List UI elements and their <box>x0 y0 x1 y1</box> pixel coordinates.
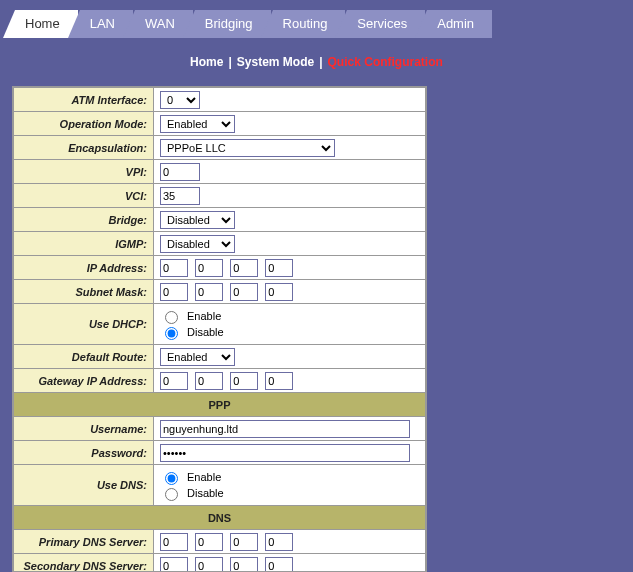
label-pass: Password: <box>14 441 154 465</box>
usedns-enable-radio[interactable] <box>165 472 178 485</box>
label-igmp: IGMP: <box>14 232 154 256</box>
encap-select[interactable]: PPPoE LLC <box>160 139 335 157</box>
igmp-select[interactable]: Disabled <box>160 235 235 253</box>
label-ip: IP Address: <box>14 256 154 280</box>
pdns-octet-1[interactable] <box>160 533 188 551</box>
mask-octet-4[interactable] <box>265 283 293 301</box>
pdns-octet-4[interactable] <box>265 533 293 551</box>
dhcp-enable-radio[interactable] <box>165 311 178 324</box>
pdns-octet-2[interactable] <box>195 533 223 551</box>
breadcrumb-sep: | <box>228 55 231 69</box>
gw-octet-1[interactable] <box>160 372 188 390</box>
gw-octet-2[interactable] <box>195 372 223 390</box>
breadcrumb-home[interactable]: Home <box>190 55 223 69</box>
sdns-octet-4[interactable] <box>265 557 293 573</box>
dhcp-disable-radio[interactable] <box>165 327 178 340</box>
label-bridge: Bridge: <box>14 208 154 232</box>
gw-octet-4[interactable] <box>265 372 293 390</box>
label-gw: Gateway IP Address: <box>14 369 154 393</box>
label-dhcp: Use DHCP: <box>14 304 154 345</box>
usedns-disable-radio[interactable] <box>165 488 178 501</box>
config-panel: ATM Interface: 0 Operation Mode: Enabled… <box>12 86 427 572</box>
password-input[interactable] <box>160 444 410 462</box>
label-user: Username: <box>14 417 154 441</box>
tab-services[interactable]: Services <box>347 10 425 38</box>
sdns-octet-3[interactable] <box>230 557 258 573</box>
tab-bridging[interactable]: Bridging <box>195 10 271 38</box>
ip-octet-2[interactable] <box>195 259 223 277</box>
tab-admin[interactable]: Admin <box>427 10 492 38</box>
username-input[interactable] <box>160 420 410 438</box>
breadcrumb-sep: | <box>319 55 322 69</box>
dhcp-disable-label: Disable <box>187 324 224 340</box>
breadcrumb-current: Quick Configuration <box>328 55 443 69</box>
vci-input[interactable] <box>160 187 200 205</box>
mask-octet-2[interactable] <box>195 283 223 301</box>
config-table: ATM Interface: 0 Operation Mode: Enabled… <box>13 87 426 572</box>
ip-octet-1[interactable] <box>160 259 188 277</box>
ip-octet-3[interactable] <box>230 259 258 277</box>
ip-octet-4[interactable] <box>265 259 293 277</box>
section-ppp: PPP <box>14 393 426 417</box>
mask-octet-1[interactable] <box>160 283 188 301</box>
defroute-select[interactable]: Enabled <box>160 348 235 366</box>
label-vpi: VPI: <box>14 160 154 184</box>
label-vci: VCI: <box>14 184 154 208</box>
usedns-disable-label: Disable <box>187 485 224 501</box>
tab-bar: Home LAN WAN Bridging Routing Services A… <box>0 0 633 38</box>
label-usedns: Use DNS: <box>14 465 154 506</box>
vpi-input[interactable] <box>160 163 200 181</box>
breadcrumb-system-mode[interactable]: System Mode <box>237 55 314 69</box>
pdns-octet-3[interactable] <box>230 533 258 551</box>
sdns-octet-2[interactable] <box>195 557 223 573</box>
sdns-octet-1[interactable] <box>160 557 188 573</box>
usedns-enable-label: Enable <box>187 469 221 485</box>
label-defroute: Default Route: <box>14 345 154 369</box>
atm-select[interactable]: 0 <box>160 91 200 109</box>
label-encap: Encapsulation: <box>14 136 154 160</box>
bridge-select[interactable]: Disabled <box>160 211 235 229</box>
section-dns: DNS <box>14 506 426 530</box>
opmode-select[interactable]: Enabled <box>160 115 235 133</box>
label-opmode: Operation Mode: <box>14 112 154 136</box>
label-sdns: Secondary DNS Server: <box>14 554 154 573</box>
mask-octet-3[interactable] <box>230 283 258 301</box>
label-atm: ATM Interface: <box>14 88 154 112</box>
label-pdns: Primary DNS Server: <box>14 530 154 554</box>
breadcrumb: Home | System Mode | Quick Configuration <box>0 38 633 86</box>
dhcp-enable-label: Enable <box>187 308 221 324</box>
label-mask: Subnet Mask: <box>14 280 154 304</box>
gw-octet-3[interactable] <box>230 372 258 390</box>
